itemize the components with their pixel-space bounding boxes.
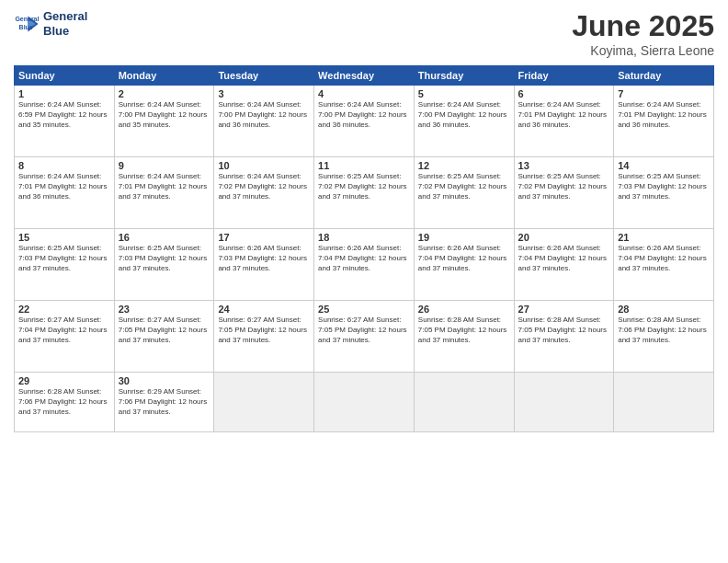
day-number: 5 <box>418 88 510 99</box>
day-number: 18 <box>318 232 410 243</box>
calendar-row: 1Sunrise: 6:24 AM Sunset: 6:59 PM Daylig… <box>15 86 714 157</box>
table-row: 14Sunrise: 6:25 AM Sunset: 7:03 PM Dayli… <box>614 157 714 229</box>
table-row: 19Sunrise: 6:26 AM Sunset: 7:04 PM Dayli… <box>414 229 514 301</box>
cell-info: Sunrise: 6:26 AM Sunset: 7:04 PM Dayligh… <box>518 244 610 273</box>
header: General Blue General Blue June 2025 Koyi… <box>14 9 714 58</box>
cell-info: Sunrise: 6:26 AM Sunset: 7:04 PM Dayligh… <box>318 244 410 273</box>
col-sunday: Sunday <box>15 66 115 86</box>
day-number: 27 <box>518 304 610 315</box>
page: General Blue General Blue June 2025 Koyi… <box>0 0 728 563</box>
day-number: 6 <box>518 88 610 99</box>
logo: General Blue General Blue <box>14 9 87 38</box>
table-row: 2Sunrise: 6:24 AM Sunset: 7:00 PM Daylig… <box>114 86 214 157</box>
table-row: 16Sunrise: 6:25 AM Sunset: 7:03 PM Dayli… <box>114 229 214 301</box>
col-tuesday: Tuesday <box>214 66 314 86</box>
cell-info: Sunrise: 6:26 AM Sunset: 7:04 PM Dayligh… <box>418 244 510 273</box>
cell-info: Sunrise: 6:26 AM Sunset: 7:03 PM Dayligh… <box>218 244 310 273</box>
day-number: 23 <box>119 304 210 315</box>
table-row: 25Sunrise: 6:27 AM Sunset: 7:05 PM Dayli… <box>314 301 415 373</box>
table-row: 26Sunrise: 6:28 AM Sunset: 7:05 PM Dayli… <box>414 301 514 373</box>
table-row: 30Sunrise: 6:29 AM Sunset: 7:06 PM Dayli… <box>114 373 214 432</box>
calendar-row: 22Sunrise: 6:27 AM Sunset: 7:04 PM Dayli… <box>15 301 714 373</box>
day-number: 13 <box>518 160 610 171</box>
month-title: June 2025 <box>572 9 714 43</box>
calendar-row: 8Sunrise: 6:24 AM Sunset: 7:01 PM Daylig… <box>15 157 714 229</box>
day-number: 19 <box>418 232 510 243</box>
day-number: 25 <box>318 304 410 315</box>
day-number: 15 <box>18 232 110 243</box>
table-row <box>614 373 714 432</box>
day-number: 9 <box>119 160 210 171</box>
day-number: 21 <box>618 232 710 243</box>
calendar-row: 15Sunrise: 6:25 AM Sunset: 7:03 PM Dayli… <box>15 229 714 301</box>
svg-text:Blue: Blue <box>19 23 33 29</box>
col-monday: Monday <box>114 66 214 86</box>
logo-icon: General Blue <box>14 11 40 37</box>
day-number: 24 <box>218 304 310 315</box>
table-row: 4Sunrise: 6:24 AM Sunset: 7:00 PM Daylig… <box>314 86 415 157</box>
cell-info: Sunrise: 6:24 AM Sunset: 7:00 PM Dayligh… <box>418 100 510 130</box>
table-row: 29Sunrise: 6:28 AM Sunset: 7:06 PM Dayli… <box>15 373 115 432</box>
day-number: 22 <box>18 304 110 315</box>
table-row: 15Sunrise: 6:25 AM Sunset: 7:03 PM Dayli… <box>15 229 115 301</box>
day-number: 10 <box>218 160 310 171</box>
table-row: 3Sunrise: 6:24 AM Sunset: 7:00 PM Daylig… <box>214 86 314 157</box>
table-row: 24Sunrise: 6:27 AM Sunset: 7:05 PM Dayli… <box>214 301 314 373</box>
day-number: 29 <box>18 375 110 386</box>
table-row: 6Sunrise: 6:24 AM Sunset: 7:01 PM Daylig… <box>514 86 614 157</box>
day-number: 20 <box>518 232 610 243</box>
cell-info: Sunrise: 6:28 AM Sunset: 7:05 PM Dayligh… <box>518 316 610 345</box>
table-row: 7Sunrise: 6:24 AM Sunset: 7:01 PM Daylig… <box>614 86 714 157</box>
cell-info: Sunrise: 6:24 AM Sunset: 7:02 PM Dayligh… <box>218 172 310 201</box>
cell-info: Sunrise: 6:24 AM Sunset: 7:00 PM Dayligh… <box>318 100 410 130</box>
day-number: 28 <box>618 304 710 315</box>
day-number: 7 <box>618 88 710 99</box>
cell-info: Sunrise: 6:27 AM Sunset: 7:05 PM Dayligh… <box>119 316 210 345</box>
col-wednesday: Wednesday <box>314 66 415 86</box>
table-row <box>514 373 614 432</box>
title-block: June 2025 Koyima, Sierra Leone <box>572 9 714 58</box>
cell-info: Sunrise: 6:24 AM Sunset: 7:01 PM Dayligh… <box>518 100 610 130</box>
cell-info: Sunrise: 6:24 AM Sunset: 7:00 PM Dayligh… <box>218 100 310 130</box>
col-saturday: Saturday <box>614 66 714 86</box>
cell-info: Sunrise: 6:25 AM Sunset: 7:03 PM Dayligh… <box>119 244 210 273</box>
table-row <box>214 373 314 432</box>
table-row: 11Sunrise: 6:25 AM Sunset: 7:02 PM Dayli… <box>314 157 415 229</box>
table-row: 22Sunrise: 6:27 AM Sunset: 7:04 PM Dayli… <box>15 301 115 373</box>
cell-info: Sunrise: 6:29 AM Sunset: 7:06 PM Dayligh… <box>119 387 210 417</box>
table-row: 1Sunrise: 6:24 AM Sunset: 6:59 PM Daylig… <box>15 86 115 157</box>
logo-text: General Blue <box>43 9 87 38</box>
calendar-header-row: Sunday Monday Tuesday Wednesday Thursday… <box>15 66 714 86</box>
table-row: 18Sunrise: 6:26 AM Sunset: 7:04 PM Dayli… <box>314 229 415 301</box>
table-row: 28Sunrise: 6:28 AM Sunset: 7:06 PM Dayli… <box>614 301 714 373</box>
cell-info: Sunrise: 6:24 AM Sunset: 7:01 PM Dayligh… <box>618 100 710 130</box>
day-number: 2 <box>119 88 210 99</box>
cell-info: Sunrise: 6:24 AM Sunset: 7:00 PM Dayligh… <box>119 100 210 130</box>
cell-info: Sunrise: 6:25 AM Sunset: 7:03 PM Dayligh… <box>618 172 710 201</box>
table-row: 10Sunrise: 6:24 AM Sunset: 7:02 PM Dayli… <box>214 157 314 229</box>
calendar: Sunday Monday Tuesday Wednesday Thursday… <box>14 65 714 432</box>
day-number: 8 <box>18 160 110 171</box>
table-row: 20Sunrise: 6:26 AM Sunset: 7:04 PM Dayli… <box>514 229 614 301</box>
table-row: 8Sunrise: 6:24 AM Sunset: 7:01 PM Daylig… <box>15 157 115 229</box>
cell-info: Sunrise: 6:26 AM Sunset: 7:04 PM Dayligh… <box>618 244 710 273</box>
table-row: 9Sunrise: 6:24 AM Sunset: 7:01 PM Daylig… <box>114 157 214 229</box>
day-number: 3 <box>218 88 310 99</box>
day-number: 12 <box>418 160 510 171</box>
cell-info: Sunrise: 6:27 AM Sunset: 7:05 PM Dayligh… <box>218 316 310 345</box>
table-row: 13Sunrise: 6:25 AM Sunset: 7:02 PM Dayli… <box>514 157 614 229</box>
logo-line2: Blue <box>43 24 87 39</box>
table-row: 21Sunrise: 6:26 AM Sunset: 7:04 PM Dayli… <box>614 229 714 301</box>
day-number: 17 <box>218 232 310 243</box>
day-number: 26 <box>418 304 510 315</box>
table-row: 27Sunrise: 6:28 AM Sunset: 7:05 PM Dayli… <box>514 301 614 373</box>
cell-info: Sunrise: 6:28 AM Sunset: 7:05 PM Dayligh… <box>418 316 510 345</box>
day-number: 16 <box>119 232 210 243</box>
cell-info: Sunrise: 6:25 AM Sunset: 7:02 PM Dayligh… <box>418 172 510 201</box>
cell-info: Sunrise: 6:25 AM Sunset: 7:02 PM Dayligh… <box>318 172 410 201</box>
col-friday: Friday <box>514 66 614 86</box>
cell-info: Sunrise: 6:25 AM Sunset: 7:03 PM Dayligh… <box>18 244 110 273</box>
day-number: 4 <box>318 88 410 99</box>
cell-info: Sunrise: 6:25 AM Sunset: 7:02 PM Dayligh… <box>518 172 610 201</box>
col-thursday: Thursday <box>414 66 514 86</box>
